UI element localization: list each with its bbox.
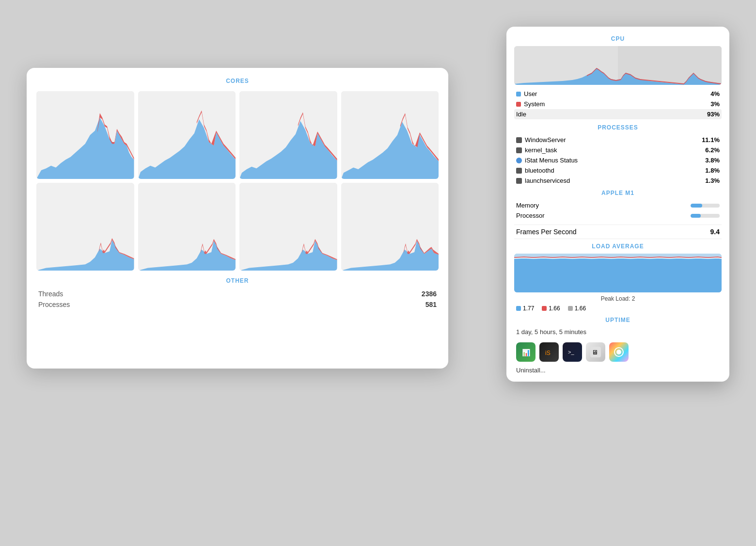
user-value: 4% [710,90,720,97]
other-section: OTHER Threads 2386 Processes 581 [36,277,439,309]
cpu-legend: User 4% System 3% Idle 93% [514,89,722,119]
kerneltask-pct: 6.2% [705,146,720,154]
bluetoothd-name: bluetoothd [525,167,554,174]
m1-processor-bar-fill [691,214,701,218]
load-chart [514,254,722,292]
istat-pct: 3.8% [705,157,720,164]
processes-section: PROCESSES WindowServer 11.1% kernel_task… [514,124,722,186]
process-row-3: bluetoothd 1.8% [514,165,722,176]
process-row-1: kernel_task 6.2% [514,145,722,155]
bluetoothd-icon [516,168,522,174]
m1-memory-bar-container [691,204,720,208]
cores-panel: CORES [27,68,448,369]
processes-row: Processes 581 [36,300,439,309]
core-cell-5 [36,183,134,271]
app-icon-colorful[interactable] [609,342,629,362]
processes-label: Processes [38,301,70,308]
load-dot-1 [542,306,547,311]
uninstall-link[interactable]: Uninstall... [514,367,722,374]
load-legend-item-1: 1.66 [542,305,560,312]
app-icon-istat[interactable]: 📊 [516,342,536,362]
other-title: OTHER [36,277,439,284]
app-icons-row: 📊 iS >_ 🖥 [514,342,722,362]
m1-processor-label: Processor [516,212,545,219]
process-row-2: iStat Menus Status 3.8% [514,155,722,165]
istat-icon [516,158,522,163]
m1-processor-row: Processor [514,210,722,221]
core-cell-3 [239,91,337,179]
windowserver-name: WindowServer [525,136,566,144]
fps-row: Frames Per Second 9.4 [514,225,722,239]
load-average-section: LOAD AVERAGE Peak Load: 2 1.77 1.66 [514,243,722,312]
app-icon-migrate[interactable]: 🖥 [586,342,605,362]
launchservicesd-pct: 1.3% [705,177,720,184]
system-legend-row: System 3% [514,99,722,109]
load-legend-item-2: 1.66 [568,305,586,312]
load-value-2: 1.66 [575,305,586,312]
core-cell-1 [36,91,134,179]
load-dot-2 [568,306,573,311]
uptime-text: 1 day, 5 hours, 5 minutes [514,327,722,337]
bluetoothd-pct: 1.8% [705,167,720,174]
core-cell-6 [138,183,236,271]
fps-value: 9.4 [710,228,720,236]
load-average-title: LOAD AVERAGE [514,243,722,250]
cores-grid [36,91,439,271]
svg-text:>_: >_ [568,349,574,355]
system-dot [516,102,521,107]
m1-memory-row: Memory [514,200,722,210]
core-cell-2 [138,91,236,179]
processes-value: 581 [425,301,437,308]
kerneltask-name: kernel_task [525,146,557,154]
istat-name: iStat Menus Status [525,157,578,164]
load-dot-0 [516,306,521,311]
uptime-title: UPTIME [514,317,722,323]
svg-text:🖥: 🖥 [592,349,598,356]
load-value-0: 1.77 [523,305,534,312]
svg-point-39 [616,350,621,354]
m1-processor-bar-container [691,214,720,218]
load-value-1: 1.66 [549,305,560,312]
app-icon-terminal[interactable]: >_ [563,342,582,362]
system-value: 3% [710,100,720,108]
core-cell-7 [239,183,337,271]
idle-value: 93% [707,111,720,118]
right-panel: CPU User 4% System 3% [506,27,729,382]
apple-m1-section: APPLE M1 Memory Processor [514,190,722,221]
peak-label: Peak Load: 2 [514,295,722,302]
uptime-section: UPTIME 1 day, 5 hours, 5 minutes [514,317,722,337]
other-stats: Threads 2386 Processes 581 [36,289,439,309]
process-row-4: launchservicesd 1.3% [514,176,722,186]
core-cell-4 [341,91,439,179]
m1-memory-bar [691,204,720,208]
cpu-chart [514,46,722,85]
idle-legend-row: Idle 93% [514,109,722,119]
user-legend-row: User 4% [514,89,722,99]
load-legend-item-0: 1.77 [516,305,534,312]
idle-label: Idle [516,111,526,118]
svg-text:📊: 📊 [522,349,531,357]
system-label: System [524,100,545,108]
m1-processor-bar [691,214,720,218]
app-icon-istat2[interactable]: iS [539,342,559,362]
user-dot [516,92,521,96]
load-legend: 1.77 1.66 1.66 [514,305,722,312]
processes-title: PROCESSES [514,124,722,131]
threads-row: Threads 2386 [36,289,439,299]
threads-label: Threads [38,290,63,298]
launchservicesd-icon [516,178,522,184]
windowserver-pct: 11.1% [702,136,720,144]
m1-memory-bar-fill [691,204,702,208]
svg-marker-29 [514,258,722,292]
windowserver-icon [516,137,522,143]
svg-text:iS: iS [545,350,551,356]
cores-title: CORES [36,78,439,84]
process-row-0: WindowServer 11.1% [514,135,722,145]
cpu-section-title: CPU [514,35,722,42]
user-label: User [524,90,537,97]
kerneltask-icon [516,147,522,153]
m1-memory-label: Memory [516,202,539,209]
core-cell-8 [341,183,439,271]
threads-value: 2386 [422,290,437,298]
m1-title: APPLE M1 [514,190,722,196]
